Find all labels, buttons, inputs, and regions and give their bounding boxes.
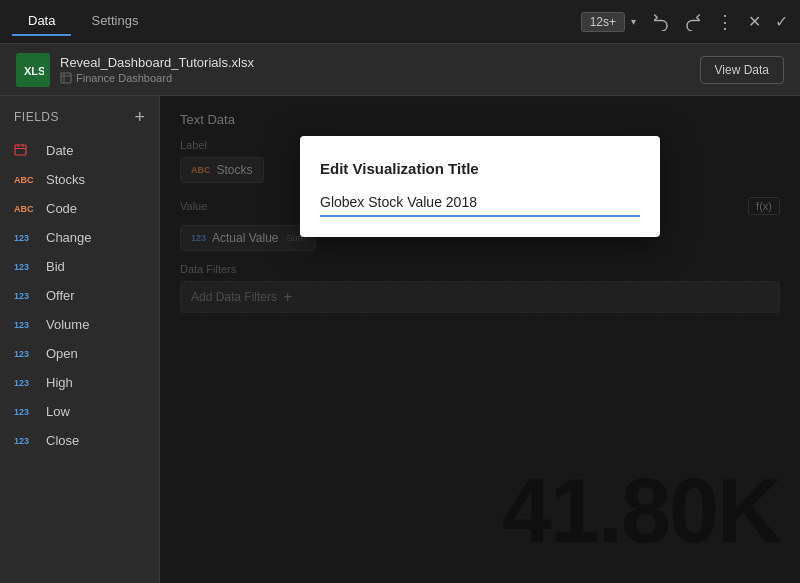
confirm-icon[interactable]: ✓ (775, 12, 788, 31)
field-name-code: Code (46, 201, 77, 216)
field-item-stocks[interactable]: ABC Stocks (0, 165, 159, 194)
field-type-code: ABC (14, 204, 38, 214)
visualization-title-input[interactable] (320, 194, 640, 210)
field-item-low[interactable]: 123 Low (0, 397, 159, 426)
field-name-date: Date (46, 143, 73, 158)
field-name-stocks: Stocks (46, 172, 85, 187)
more-icon[interactable]: ⋮ (716, 11, 734, 33)
top-bar: Data Settings 12s+ ▾ ⋮ ✕ ✓ (0, 0, 800, 44)
svg-rect-2 (61, 73, 71, 83)
redo-icon[interactable] (684, 13, 702, 31)
modal-overlay: Edit Visualization Title (160, 96, 800, 583)
field-name-change: Change (46, 230, 92, 245)
file-icon: XLS (16, 53, 50, 87)
field-name-bid: Bid (46, 259, 65, 274)
tab-settings[interactable]: Settings (75, 7, 154, 36)
center-panel: Text Data Label ABC Stocks Value f(x) 12… (160, 96, 800, 583)
field-name-close: Close (46, 433, 79, 448)
field-item-change[interactable]: 123 Change (0, 223, 159, 252)
close-icon[interactable]: ✕ (748, 12, 761, 31)
undo-icon[interactable] (652, 13, 670, 31)
chevron-down-icon[interactable]: ▾ (631, 16, 636, 27)
edit-title-modal: Edit Visualization Title (300, 136, 660, 237)
field-name-high: High (46, 375, 73, 390)
field-name-low: Low (46, 404, 70, 419)
file-sub-label: Finance Dashboard (76, 72, 172, 84)
top-tabs: Data Settings (12, 7, 581, 36)
field-item-code[interactable]: ABC Code (0, 194, 159, 223)
field-type-volume: 123 (14, 320, 38, 330)
count-badge: 12s+ (581, 12, 625, 32)
field-type-date (14, 143, 38, 158)
fields-sidebar: Fields + Date ABC Stocks ABC Code 123 Ch… (0, 96, 160, 583)
svg-rect-5 (15, 145, 26, 155)
field-name-open: Open (46, 346, 78, 361)
field-type-open: 123 (14, 349, 38, 359)
svg-text:XLS: XLS (24, 65, 44, 77)
field-name-offer: Offer (46, 288, 75, 303)
field-item-high[interactable]: 123 High (0, 368, 159, 397)
file-bar: XLS Reveal_Dashboard_Tutorials.xlsx Fina… (0, 44, 800, 96)
file-name: Reveal_Dashboard_Tutorials.xlsx (60, 55, 700, 70)
field-item-open[interactable]: 123 Open (0, 339, 159, 368)
modal-title: Edit Visualization Title (320, 160, 640, 177)
modal-input-wrapper (320, 193, 640, 217)
field-item-offer[interactable]: 123 Offer (0, 281, 159, 310)
field-name-volume: Volume (46, 317, 89, 332)
field-type-bid: 123 (14, 262, 38, 272)
main-layout: Fields + Date ABC Stocks ABC Code 123 Ch… (0, 96, 800, 583)
top-actions: ⋮ ✕ ✓ (652, 11, 788, 33)
field-type-change: 123 (14, 233, 38, 243)
fields-label: Fields (14, 110, 59, 124)
field-item-bid[interactable]: 123 Bid (0, 252, 159, 281)
field-item-volume[interactable]: 123 Volume (0, 310, 159, 339)
field-item-close[interactable]: 123 Close (0, 426, 159, 455)
add-field-button[interactable]: + (134, 108, 145, 126)
field-type-stocks: ABC (14, 175, 38, 185)
file-info: Reveal_Dashboard_Tutorials.xlsx Finance … (60, 55, 700, 84)
tab-data[interactable]: Data (12, 7, 71, 36)
field-type-high: 123 (14, 378, 38, 388)
sidebar-header: Fields + (0, 108, 159, 136)
field-type-offer: 123 (14, 291, 38, 301)
top-center: 12s+ ▾ (581, 12, 636, 32)
field-type-low: 123 (14, 407, 38, 417)
field-type-close: 123 (14, 436, 38, 446)
field-item-date[interactable]: Date (0, 136, 159, 165)
file-sub: Finance Dashboard (60, 72, 700, 84)
view-data-button[interactable]: View Data (700, 56, 784, 84)
